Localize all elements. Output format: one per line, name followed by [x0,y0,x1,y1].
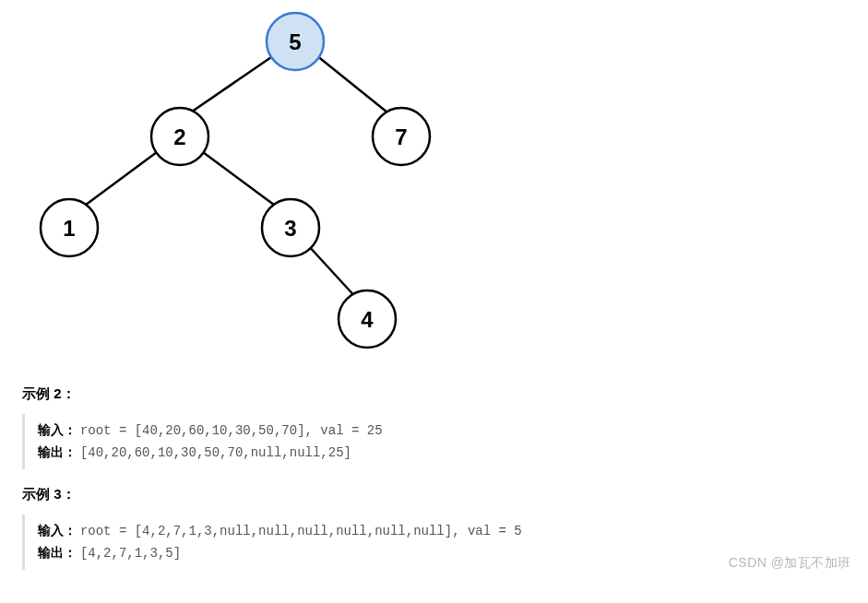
watermark: CSDN @加瓦不加班 [729,555,851,572]
edge-2-3 [203,152,281,210]
edge-5-7 [316,55,397,120]
output-label: 输出： [38,444,77,459]
input-label: 输入： [38,523,77,538]
edge-5-2 [180,55,274,120]
tree-node-3-label: 3 [284,216,296,241]
tree-diagram: 5 2 7 1 3 4 [28,0,868,369]
example-2-output-line: 输出： [40,20,60,10,30,50,70,null,null,25] [38,442,868,464]
example-2-input-line: 输入： root = [40,20,60,10,30,50,70], val =… [38,420,868,442]
example-3-input-line: 输入： root = [4,2,7,1,3,null,null,null,nul… [38,520,868,542]
output-value: [40,20,60,10,30,50,70,null,null,25] [80,445,351,460]
example-2-heading: 示例 2： [22,385,868,403]
tree-node-5-label: 5 [289,30,301,54]
tree-node-4-label: 4 [361,307,374,332]
input-label: 输入： [38,422,77,437]
output-label: 输出： [38,545,77,560]
output-value: [4,2,7,1,3,5] [80,546,181,561]
example-2-block: 输入： root = [40,20,60,10,30,50,70], val =… [22,414,868,469]
tree-node-2-label: 2 [173,124,185,149]
tree-svg: 5 2 7 1 3 4 [28,0,489,369]
tree-node-7-label: 7 [395,124,407,149]
example-3-heading: 示例 3： [22,486,868,503]
tree-node-1-label: 1 [63,216,75,241]
edge-3-4 [307,244,358,300]
edge-2-1 [78,152,157,210]
input-value: root = [4,2,7,1,3,null,null,null,null,nu… [80,524,522,538]
input-value: root = [40,20,60,10,30,50,70], val = 25 [80,423,383,438]
